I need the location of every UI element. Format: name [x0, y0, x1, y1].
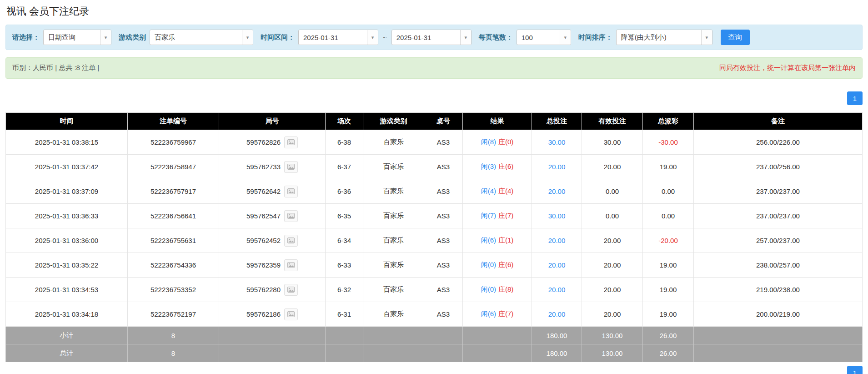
empty-cell	[463, 327, 532, 344]
cell-payout: 0.00	[643, 179, 694, 204]
picture-icon	[287, 262, 295, 268]
round-id: 595762826	[246, 138, 281, 146]
column-header-valid-bet: 有效投注	[582, 113, 643, 130]
column-header-total-bet: 总投注	[532, 113, 582, 130]
total-bet-link[interactable]: 20.00	[548, 237, 566, 244]
cell-bet-id: 522236755631	[128, 228, 219, 253]
subtotal-row: 小计 8 180.00 130.00 26.00	[6, 327, 863, 344]
empty-cell	[424, 327, 463, 344]
column-header-result: 结果	[463, 113, 532, 130]
result-banker: 庄(4)	[498, 187, 513, 195]
chevron-down-icon[interactable]: ▾	[242, 30, 253, 45]
total-total-bet: 180.00	[532, 344, 582, 362]
date-to-value: 2025-01-31	[392, 30, 460, 45]
total-row: 总计 8 180.00 130.00 26.00	[6, 344, 863, 362]
total-bet-link[interactable]: 20.00	[548, 286, 566, 293]
cell-result: 闲(3)庄(6)	[463, 155, 532, 179]
cell-session: 6-35	[326, 204, 363, 228]
query-type-select[interactable]: 日期查询 ▾	[43, 30, 111, 45]
cell-table-no: AS3	[424, 204, 463, 228]
summary-notice: 同局有效投注，统一计算在该局第一张注单内	[719, 64, 856, 72]
empty-cell	[326, 344, 363, 362]
column-header-time: 时间	[6, 113, 128, 130]
total-bet-link[interactable]: 20.00	[548, 163, 566, 171]
round-image-button[interactable]	[284, 259, 298, 271]
date-to-select[interactable]: 2025-01-31 ▾	[391, 30, 472, 45]
cell-payout: 19.00	[643, 253, 694, 278]
chevron-down-icon[interactable]: ▾	[560, 30, 571, 45]
cell-remark: 237.00/237.00	[694, 179, 863, 204]
pagination-page-button[interactable]: 1	[847, 91, 863, 105]
round-image-button[interactable]	[284, 186, 298, 197]
empty-cell	[694, 327, 863, 344]
cell-result: 闲(4)庄(4)	[463, 179, 532, 204]
cell-table-no: AS3	[424, 179, 463, 204]
summary-currency-count: 币别：人民币 | 总共 :8 注单 |	[12, 64, 99, 72]
cell-total-bet: 20.00	[532, 155, 582, 179]
result-banker: 庄(8)	[498, 285, 513, 293]
chevron-down-icon[interactable]: ▾	[701, 30, 712, 45]
total-bet-link[interactable]: 30.00	[548, 212, 566, 220]
cell-time: 2025-01-31 03:35:22	[6, 253, 128, 278]
game-type-value: 百家乐	[150, 30, 242, 45]
cell-game-type: 百家乐	[363, 155, 424, 179]
picture-icon	[287, 164, 295, 170]
total-bet-link[interactable]: 20.00	[548, 187, 566, 195]
cell-session: 6-33	[326, 253, 363, 278]
sort-order-label: 时间排序：	[578, 33, 612, 42]
round-image-button[interactable]	[284, 161, 298, 173]
chevron-down-icon[interactable]: ▾	[100, 30, 111, 45]
chevron-down-icon[interactable]: ▾	[460, 30, 471, 45]
round-id: 595762359	[246, 261, 281, 269]
empty-cell	[363, 327, 424, 344]
page-title: 视讯 会员下注纪录	[6, 5, 863, 18]
result-player: 闲(7)	[481, 212, 496, 219]
cell-bet-id: 522236752197	[128, 302, 219, 327]
sort-order-select[interactable]: 降冪(由大到小) ▾	[616, 30, 712, 45]
cell-result: 闲(8)庄(0)	[463, 130, 532, 155]
picture-icon	[287, 139, 295, 145]
round-image-button[interactable]	[284, 210, 298, 222]
cell-table-no: AS3	[424, 228, 463, 253]
cell-total-bet: 20.00	[532, 302, 582, 327]
cell-table-no: AS3	[424, 278, 463, 302]
cell-remark: 237.00/256.00	[694, 155, 863, 179]
table-row: 2025-01-31 03:35:22 522236754336 5957623…	[6, 253, 863, 278]
total-bet-link[interactable]: 20.00	[548, 310, 566, 318]
cell-time: 2025-01-31 03:36:00	[6, 228, 128, 253]
search-button[interactable]: 查询	[721, 30, 750, 45]
chevron-down-icon[interactable]: ▾	[367, 30, 378, 45]
round-image-button[interactable]	[284, 136, 298, 148]
pagination-page-button[interactable]: 1	[847, 366, 863, 374]
game-type-label: 游戏类别	[119, 33, 146, 42]
cell-game-type: 百家乐	[363, 253, 424, 278]
cell-time: 2025-01-31 03:36:33	[6, 204, 128, 228]
round-id: 595762547	[246, 212, 281, 220]
result-player: 闲(6)	[481, 310, 496, 318]
round-image-button[interactable]	[284, 235, 298, 247]
cell-remark: 238.00/257.00	[694, 253, 863, 278]
cell-session: 6-36	[326, 179, 363, 204]
game-type-select[interactable]: 百家乐 ▾	[150, 30, 253, 45]
cell-valid-bet: 0.00	[582, 204, 643, 228]
cell-game-type: 百家乐	[363, 130, 424, 155]
cell-bet-id: 522236754336	[128, 253, 219, 278]
page-size-select[interactable]: 100 ▾	[517, 30, 571, 45]
round-image-button[interactable]	[284, 284, 298, 296]
cell-result: 闲(7)庄(7)	[463, 204, 532, 228]
table-footer: 小计 8 180.00 130.00 26.00 总计 8 1	[6, 327, 863, 362]
round-image-button[interactable]	[284, 308, 298, 320]
empty-cell	[424, 344, 463, 362]
table-row: 2025-01-31 03:37:42 522236758947 5957627…	[6, 155, 863, 179]
picture-icon	[287, 287, 295, 293]
table-row: 2025-01-31 03:36:33 522236756641 5957625…	[6, 204, 863, 228]
cell-payout: 19.00	[643, 302, 694, 327]
result-banker: 庄(1)	[498, 236, 513, 244]
total-bet-link[interactable]: 20.00	[548, 261, 566, 269]
total-bet-link[interactable]: 30.00	[548, 138, 566, 146]
date-from-select[interactable]: 2025-01-31 ▾	[298, 30, 378, 45]
cell-valid-bet: 20.00	[582, 228, 643, 253]
empty-cell	[219, 327, 326, 344]
cell-table-no: AS3	[424, 130, 463, 155]
picture-icon	[287, 238, 295, 243]
